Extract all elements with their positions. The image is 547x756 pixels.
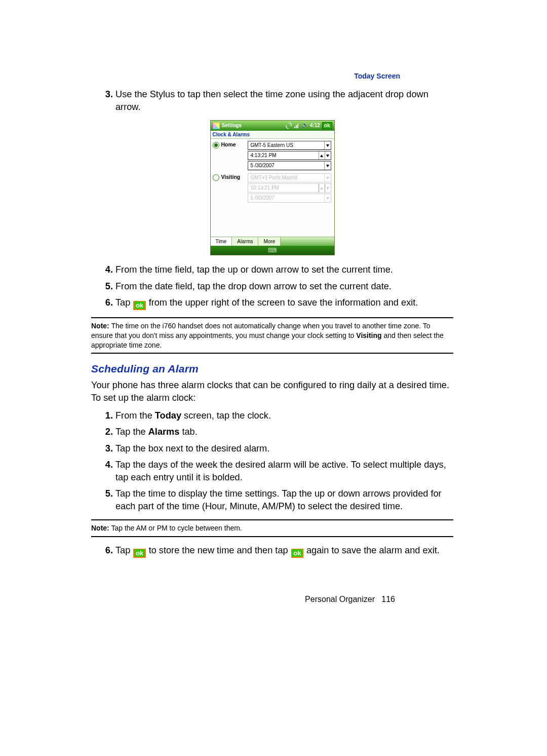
step-text: Use the Stylus to tap then select the ti… xyxy=(115,89,428,112)
note-visiting-bold: Visiting xyxy=(356,331,381,339)
step-pre: Tap xyxy=(115,545,133,555)
titlebar: Settings 4:12 ok xyxy=(211,121,334,131)
ok-icon-label: ok xyxy=(134,549,145,557)
ok-icon: ok xyxy=(133,301,145,310)
divider xyxy=(91,353,453,354)
step-text: Tap the time to display the time setting… xyxy=(115,488,442,511)
step-c4: Tap the days of the week the desired ala… xyxy=(115,459,453,483)
home-time-field[interactable]: 4:13:21 PM xyxy=(248,151,331,160)
step-5: From the date field, tap the drop down a… xyxy=(115,280,453,293)
step-3: Use the Stylus to tap then select the ti… xyxy=(115,88,453,113)
steps-list-a: Use the Stylus to tap then select the ti… xyxy=(91,88,453,113)
visiting-radio[interactable] xyxy=(213,174,219,181)
time-up-button[interactable] xyxy=(319,152,325,160)
titlebar-clock: 4:12 xyxy=(310,123,320,128)
tab-time[interactable]: Time xyxy=(211,237,232,246)
svg-rect-2 xyxy=(297,124,298,128)
titlebar-ok-button[interactable]: ok xyxy=(322,122,332,129)
home-label: Home xyxy=(221,142,245,147)
chevron-down-icon[interactable] xyxy=(324,194,331,202)
signal-icon[interactable] xyxy=(294,123,300,129)
home-date-field[interactable]: 5 /30/2007 xyxy=(248,161,331,170)
step-c3: Tap the box next to the desired alarm. xyxy=(115,442,453,455)
alarm-intro: Your phone has three alarm clocks that c… xyxy=(91,379,453,404)
step-c5: Tap the time to display the time setting… xyxy=(115,487,453,512)
note-timezone: Note: The time on the i760 handset does … xyxy=(91,321,453,350)
home-radio[interactable] xyxy=(213,142,219,148)
divider xyxy=(91,519,453,520)
home-time-value: 4:13:21 PM xyxy=(251,153,277,158)
time-down-button[interactable] xyxy=(325,152,331,160)
speaker-icon[interactable] xyxy=(302,123,308,129)
ok-icon-label: ok xyxy=(292,549,302,557)
steps-list-d: Tap ok to store the new time and then ta… xyxy=(91,544,453,558)
device-screen: Settings 4:12 ok Clock & Alarms Home GMT… xyxy=(210,120,335,255)
keyboard-icon[interactable] xyxy=(268,247,277,253)
step-pre: Tap the xyxy=(115,427,148,437)
visiting-row: Visiting GMT+1 Paris,Madrid 10:13:21 PM xyxy=(212,173,333,204)
screen-subheader[interactable]: Clock & Alarms xyxy=(211,131,334,139)
tab-bar: Time Alarms More xyxy=(211,237,334,246)
tab-more[interactable]: More xyxy=(258,237,281,246)
header-section-link[interactable]: Today Screen xyxy=(354,72,400,80)
note-label: Note: xyxy=(91,322,109,330)
steps-list-b: From the time field, tap the up or down … xyxy=(91,263,453,310)
soft-input-bar[interactable] xyxy=(211,246,334,255)
step-mid: to store the new time and then tap xyxy=(149,545,291,555)
note-label: Note: xyxy=(91,524,109,532)
embedded-screenshot: Settings 4:12 ok Clock & Alarms Home GMT… xyxy=(91,120,453,255)
step-4: From the time field, tap the up or down … xyxy=(115,263,453,276)
heading-scheduling-alarm: Scheduling an Alarm xyxy=(91,363,453,375)
visiting-timezone-field[interactable]: GMT+1 Paris,Madrid xyxy=(248,173,331,182)
note-text-body: Tap the AM or PM to cycle between them. xyxy=(109,524,242,532)
step-pre: From the xyxy=(115,410,155,421)
step-bold: Alarms xyxy=(148,427,180,437)
step-text: From the date field, tap the drop down a… xyxy=(115,281,392,291)
ok-icon: ok xyxy=(291,549,303,558)
screen-body: Home GMT-5 Eastern US 4:13:21 PM xyxy=(211,139,334,236)
time-up-button[interactable] xyxy=(319,184,325,192)
visiting-label: Visiting xyxy=(221,174,245,180)
step-6-post: from the upper right of the screen to sa… xyxy=(149,297,418,308)
divider xyxy=(91,536,453,537)
steps-list-c: From the Today screen, tap the clock. Ta… xyxy=(91,409,453,513)
step-post: again to save the alarm and exit. xyxy=(306,545,440,555)
home-row: Home GMT-5 Eastern US 4:13:21 PM xyxy=(212,141,333,171)
ok-icon: ok xyxy=(133,549,145,558)
chevron-down-icon[interactable] xyxy=(324,141,331,149)
time-down-button[interactable] xyxy=(325,184,331,192)
note-ampm: Note: Tap the AM or PM to cycle between … xyxy=(91,523,453,533)
step-text: Tap the box next to the desired alarm. xyxy=(115,443,269,453)
visiting-timezone-value: GMT+1 Paris,Madrid xyxy=(251,175,298,180)
step-text: Tap the days of the week the desired ala… xyxy=(115,460,446,482)
home-date-value: 5 /30/2007 xyxy=(251,163,275,168)
step-post: screen, tap the clock. xyxy=(181,410,271,421)
visiting-date-value: 5 /30/2007 xyxy=(251,196,275,201)
footer-page-number: 116 xyxy=(381,595,395,603)
tab-alarms[interactable]: Alarms xyxy=(232,237,258,246)
document-page: Today Screen Use the Stylus to tap then … xyxy=(0,0,547,756)
chevron-down-icon[interactable] xyxy=(324,162,331,170)
footer-chapter: Personal Organizer xyxy=(305,595,375,603)
visiting-time-value: 10:13:21 PM xyxy=(251,185,280,191)
visiting-time-field[interactable]: 10:13:21 PM xyxy=(248,183,331,193)
start-flag-icon[interactable] xyxy=(213,122,220,129)
divider xyxy=(91,317,453,318)
step-c2: Tap the Alarms tab. xyxy=(115,426,453,438)
step-d6: Tap ok to store the new time and then ta… xyxy=(115,544,453,558)
chevron-down-icon[interactable] xyxy=(324,174,331,182)
step-post: tab. xyxy=(179,427,197,437)
titlebar-title: Settings xyxy=(222,123,242,128)
home-timezone-value: GMT-5 Eastern US xyxy=(251,143,293,148)
ok-icon-label: ok xyxy=(134,301,145,309)
sync-icon[interactable] xyxy=(286,123,292,129)
svg-rect-0 xyxy=(294,127,295,128)
home-timezone-field[interactable]: GMT-5 Eastern US xyxy=(248,141,331,150)
step-6: Tap ok from the upper right of the scree… xyxy=(115,296,453,310)
step-text: From the time field, tap the up or down … xyxy=(115,264,393,275)
page-footer: Personal Organizer 116 xyxy=(0,595,547,604)
visiting-date-field[interactable]: 5 /30/2007 xyxy=(248,194,331,203)
step-6-pre: Tap xyxy=(115,297,133,308)
svg-rect-1 xyxy=(296,125,297,128)
step-c1: From the Today screen, tap the clock. xyxy=(115,409,453,422)
